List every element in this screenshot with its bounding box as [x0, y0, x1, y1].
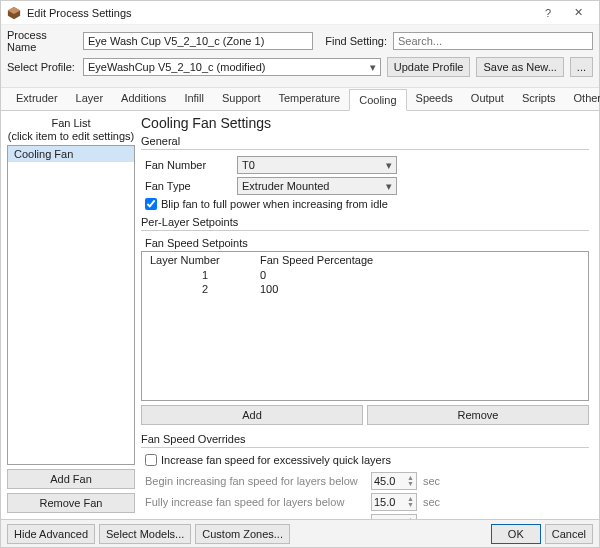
tab-speeds[interactable]: Speeds [407, 88, 462, 110]
fan-number-row: Fan Number T0 ▾ [145, 156, 589, 174]
fan-number-label: Fan Number [145, 159, 231, 171]
table-row[interactable]: 2100 [142, 282, 588, 296]
fan-list-panel: Fan List (click item to edit settings) C… [1, 111, 141, 519]
tab-scripts[interactable]: Scripts [513, 88, 565, 110]
override-enable-row[interactable]: Increase fan speed for excessively quick… [145, 454, 589, 466]
custom-zones-button[interactable]: Custom Zones... [195, 524, 290, 544]
update-profile-button[interactable]: Update Profile [387, 57, 471, 77]
fan-type-select[interactable]: Extruder Mounted ▾ [237, 177, 397, 195]
add-setpoint-button[interactable]: Add [141, 405, 363, 425]
override-full-label: Fully increase fan speed for layers belo… [145, 496, 365, 508]
chevron-down-icon: ▾ [386, 159, 392, 172]
blip-checkbox-row[interactable]: Blip fan to full power when increasing f… [145, 198, 589, 210]
setpoints-label: Fan Speed Setpoints [145, 237, 589, 249]
setpoints-table[interactable]: Layer NumberFan Speed Percentage102100 [141, 251, 589, 401]
profile-select-value: EyeWashCup V5_2_10_c (modified) [88, 61, 266, 73]
remove-fan-button[interactable]: Remove Fan [7, 493, 135, 513]
edit-process-settings-window: Edit Process Settings ? ✕ Process Name F… [0, 0, 600, 548]
override-begin-label: Begin increasing fan speed for layers be… [145, 475, 365, 487]
fan-type-label: Fan Type [145, 180, 231, 192]
chevron-down-icon: ▾ [386, 180, 392, 193]
remove-setpoint-button[interactable]: Remove [367, 405, 589, 425]
hide-advanced-button[interactable]: Hide Advanced [7, 524, 95, 544]
per-layer-group-title: Per-Layer Setpoints [141, 216, 589, 228]
fan-number-select[interactable]: T0 ▾ [237, 156, 397, 174]
overrides-group-title: Fan Speed Overrides [141, 433, 589, 445]
override-begin-unit: sec [423, 475, 440, 487]
footer: Hide Advanced Select Models... Custom Zo… [1, 519, 599, 547]
divider [141, 149, 589, 150]
process-name-label: Process Name [7, 29, 77, 53]
fan-list-title: Fan List [7, 117, 135, 130]
general-group-title: General [141, 135, 589, 147]
override-begin-row: Begin increasing fan speed for layers be… [145, 472, 589, 490]
overrides-group: Begin increasing fan speed for layers be… [141, 472, 589, 519]
fan-type-row: Fan Type Extruder Mounted ▾ [145, 177, 589, 195]
select-profile-row: Select Profile: EyeWashCup V5_2_10_c (mo… [7, 57, 593, 77]
profile-select[interactable]: EyeWashCup V5_2_10_c (modified) ▾ [83, 58, 381, 76]
fan-type-value: Extruder Mounted [242, 180, 329, 192]
tab-output[interactable]: Output [462, 88, 513, 110]
cooling-panel: Cooling Fan Settings General Fan Number … [141, 111, 599, 519]
tab-temperature[interactable]: Temperature [269, 88, 349, 110]
tab-support[interactable]: Support [213, 88, 270, 110]
add-fan-button[interactable]: Add Fan [7, 469, 135, 489]
fan-list-header: Fan List (click item to edit settings) [7, 117, 135, 143]
find-setting-input[interactable] [393, 32, 593, 50]
body: Fan List (click item to edit settings) C… [1, 111, 599, 519]
panel-title: Cooling Fan Settings [141, 115, 589, 131]
fan-list-subtitle: (click item to edit settings) [7, 130, 135, 143]
tab-extruder[interactable]: Extruder [7, 88, 67, 110]
select-models-button[interactable]: Select Models... [99, 524, 191, 544]
ok-button[interactable]: OK [491, 524, 541, 544]
fan-list[interactable]: Cooling Fan [7, 145, 135, 465]
find-setting-label: Find Setting: [325, 35, 387, 47]
close-button[interactable]: ✕ [563, 6, 593, 19]
override-enable-label: Increase fan speed for excessively quick… [161, 454, 391, 466]
select-profile-label: Select Profile: [7, 61, 77, 73]
more-button[interactable]: ... [570, 57, 593, 77]
process-name-input[interactable] [83, 32, 313, 50]
setpoints-buttons: Add Remove [141, 405, 589, 425]
window-title: Edit Process Settings [27, 7, 533, 19]
col-fan-speed: Fan Speed Percentage [260, 254, 580, 266]
spin-arrows-icon: ▲▼ [407, 475, 414, 487]
tab-additions[interactable]: Additions [112, 88, 175, 110]
spin-arrows-icon: ▲▼ [407, 496, 414, 508]
tabs: ExtruderLayerAdditionsInfillSupportTempe… [1, 88, 599, 111]
table-row[interactable]: 10 [142, 268, 588, 282]
tab-infill[interactable]: Infill [175, 88, 213, 110]
chevron-down-icon: ▾ [370, 61, 376, 74]
blip-checkbox[interactable] [145, 198, 157, 210]
fan-number-value: T0 [242, 159, 255, 171]
override-full-unit: sec [423, 496, 440, 508]
tab-other[interactable]: Other [565, 88, 600, 110]
help-button[interactable]: ? [533, 7, 563, 19]
override-full-row: Fully increase fan speed for layers belo… [145, 493, 589, 511]
override-full-spin[interactable]: 15.0▲▼ [371, 493, 417, 511]
app-icon [7, 6, 21, 20]
blip-label: Blip fan to full power when increasing f… [161, 198, 388, 210]
titlebar: Edit Process Settings ? ✕ [1, 1, 599, 25]
divider [141, 447, 589, 448]
divider [141, 230, 589, 231]
process-name-row: Process Name Find Setting: [7, 29, 593, 53]
tab-layer[interactable]: Layer [67, 88, 113, 110]
tab-cooling[interactable]: Cooling [349, 89, 406, 111]
save-as-new-button[interactable]: Save as New... [476, 57, 563, 77]
col-layer-number: Layer Number [150, 254, 260, 266]
override-enable-checkbox[interactable] [145, 454, 157, 466]
cancel-button[interactable]: Cancel [545, 524, 593, 544]
fan-list-item[interactable]: Cooling Fan [8, 146, 134, 162]
override-begin-spin[interactable]: 45.0▲▼ [371, 472, 417, 490]
header-form: Process Name Find Setting: Select Profil… [1, 25, 599, 88]
